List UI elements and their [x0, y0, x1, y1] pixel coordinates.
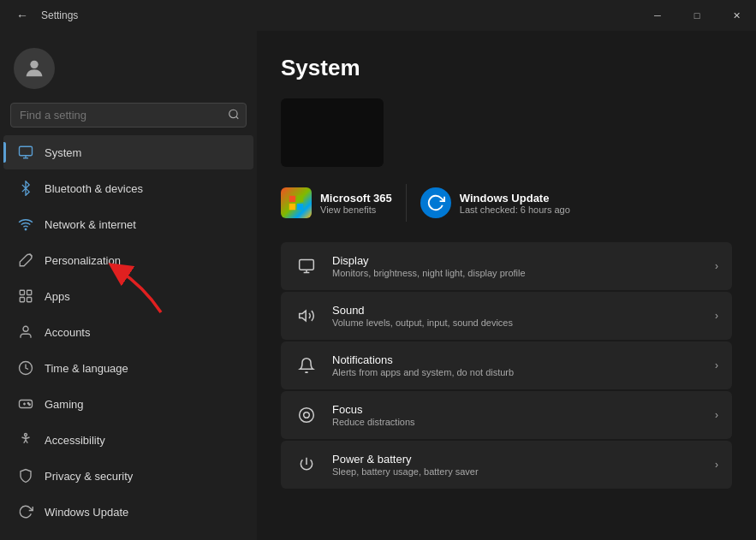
app-title: Settings	[41, 9, 78, 21]
sound-icon	[295, 304, 318, 328]
sidebar-item-label: System	[45, 146, 81, 159]
display-icon	[295, 254, 318, 278]
sidebar-item-label: Personalization	[45, 254, 121, 267]
sidebar-item-accessibility[interactable]: Accessibility	[3, 423, 253, 457]
account-icon	[17, 323, 34, 341]
chevron-right-icon: ›	[715, 359, 718, 371]
winupdate-sub: Last checked: 6 hours ago	[460, 205, 570, 215]
sidebar-item-time[interactable]: Time & language	[3, 351, 253, 385]
avatar	[14, 48, 55, 89]
setting-display[interactable]: Display Monitors, brightness, night ligh…	[281, 242, 732, 290]
focus-icon	[295, 403, 318, 427]
ms365-icon	[281, 187, 312, 218]
promo-divider	[406, 184, 407, 222]
notifications-text: Notifications Alerts from apps and syste…	[332, 353, 701, 377]
sidebar-item-privacy[interactable]: Privacy & security	[3, 459, 253, 493]
sidebar-item-gaming[interactable]: Gaming	[3, 387, 253, 421]
brush-icon	[17, 252, 34, 269]
power-icon	[295, 453, 318, 477]
search-icon	[228, 108, 240, 122]
svg-rect-21	[297, 196, 303, 202]
svg-point-6	[25, 228, 27, 230]
winupdate-icon	[420, 187, 451, 218]
focus-text: Focus Reduce distractions	[332, 403, 701, 427]
sidebar-item-label: Time & language	[45, 362, 128, 375]
svg-rect-24	[300, 260, 314, 270]
svg-point-29	[304, 412, 310, 418]
setting-focus[interactable]: Focus Reduce distractions ›	[281, 391, 732, 439]
sidebar-item-label: Accounts	[45, 326, 90, 339]
svg-rect-20	[289, 196, 295, 202]
winupdate-promo[interactable]: Windows Update Last checked: 6 hours ago	[420, 181, 570, 225]
sidebar-item-label: Apps	[45, 290, 70, 303]
titlebar: ← Settings ─ □ ✕	[0, 0, 756, 31]
minimize-button[interactable]: ─	[638, 0, 677, 31]
settings-list: Display Monitors, brightness, night ligh…	[281, 242, 732, 489]
svg-rect-10	[20, 298, 24, 302]
svg-point-18	[29, 404, 31, 406]
update-icon	[17, 503, 34, 520]
setting-power[interactable]: Power & battery Sleep, battery usage, ba…	[281, 441, 732, 489]
svg-point-28	[300, 408, 314, 423]
chevron-right-icon: ›	[715, 409, 718, 421]
chevron-right-icon: ›	[715, 260, 718, 272]
sidebar-item-network[interactable]: Network & internet	[3, 207, 253, 241]
clock-icon	[17, 359, 34, 377]
sidebar-item-bluetooth[interactable]: Bluetooth & devices	[3, 171, 253, 205]
winupdate-title: Windows Update	[460, 192, 570, 205]
sidebar-item-personalization[interactable]: Personalization	[3, 243, 253, 277]
main-content: System Microsoft 365 View benefits	[257, 31, 756, 540]
setting-notifications[interactable]: Notifications Alerts from apps and syste…	[281, 341, 732, 389]
svg-point-0	[30, 61, 38, 68]
search-input[interactable]	[10, 103, 247, 128]
svg-point-1	[229, 110, 237, 117]
sound-text: Sound Volume levels, output, input, soun…	[332, 304, 701, 328]
bluetooth-icon	[17, 180, 34, 197]
svg-rect-9	[27, 290, 32, 294]
profile-section	[0, 38, 257, 103]
svg-rect-23	[297, 204, 303, 210]
display-text: Display Monitors, brightness, night ligh…	[332, 254, 701, 278]
promo-row: Microsoft 365 View benefits Windows Upda…	[281, 181, 732, 225]
power-text: Power & battery Sleep, battery usage, ba…	[332, 453, 701, 477]
svg-rect-11	[27, 298, 32, 302]
sidebar-item-windowsupdate[interactable]: Windows Update	[3, 495, 253, 529]
search-container	[10, 103, 247, 128]
sidebar-item-label: Bluetooth & devices	[45, 182, 143, 195]
page-title: System	[281, 55, 732, 81]
sidebar-item-accounts[interactable]: Accounts	[3, 315, 253, 349]
ms365-sub: View benefits	[320, 205, 392, 215]
wifi-icon	[17, 216, 34, 233]
close-button[interactable]: ✕	[717, 0, 756, 31]
app-body: System Bluetooth & devices Network & int…	[0, 31, 756, 540]
sidebar-item-label: Accessibility	[45, 434, 105, 447]
svg-marker-27	[300, 311, 307, 321]
window-controls: ─ □ ✕	[638, 0, 756, 31]
svg-rect-22	[289, 204, 295, 210]
sidebar-item-apps[interactable]: Apps	[3, 279, 253, 313]
sidebar-item-system[interactable]: System	[3, 135, 253, 169]
svg-point-19	[25, 434, 27, 436]
back-button[interactable]: ←	[10, 3, 34, 27]
maximize-button[interactable]: □	[677, 0, 717, 31]
system-icon	[17, 144, 34, 161]
svg-rect-3	[20, 146, 33, 156]
winupdate-text: Windows Update Last checked: 6 hours ago	[460, 192, 570, 215]
shield-icon	[17, 467, 34, 484]
sidebar-item-label: Network & internet	[45, 218, 136, 231]
sidebar-item-label: Windows Update	[45, 506, 128, 519]
chevron-right-icon: ›	[715, 459, 718, 471]
setting-sound[interactable]: Sound Volume levels, output, input, soun…	[281, 292, 732, 340]
ms365-promo[interactable]: Microsoft 365 View benefits	[281, 181, 392, 225]
sidebar-item-label: Privacy & security	[45, 470, 133, 483]
svg-point-12	[23, 326, 28, 331]
ms365-text: Microsoft 365 View benefits	[320, 192, 392, 215]
bell-icon	[295, 353, 318, 377]
svg-rect-8	[20, 290, 24, 294]
ms365-title: Microsoft 365	[320, 192, 392, 205]
gaming-icon	[17, 395, 34, 412]
sidebar-item-label: Gaming	[45, 398, 84, 411]
hero-display	[281, 98, 384, 167]
chevron-right-icon: ›	[715, 310, 718, 322]
svg-line-2	[236, 116, 239, 119]
